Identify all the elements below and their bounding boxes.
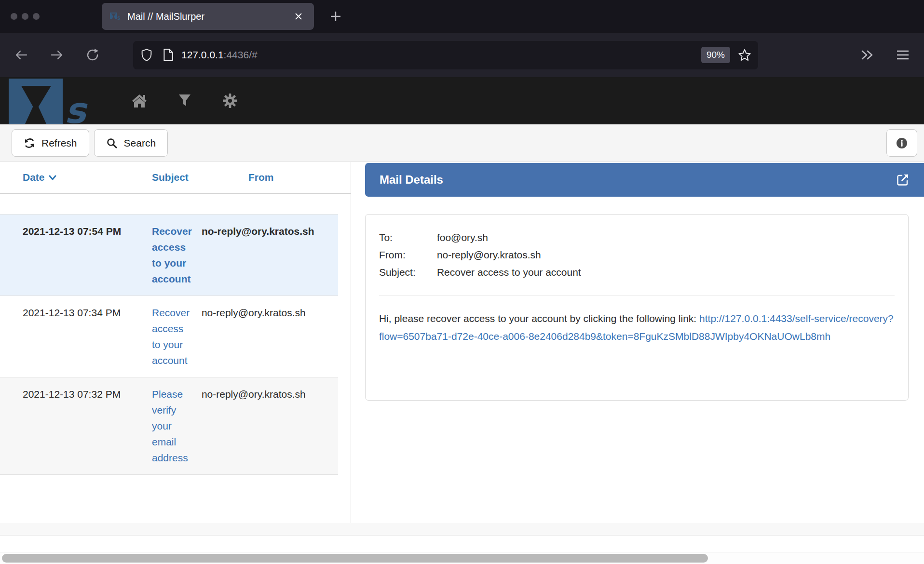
mail-row-subject-link[interactable]: Recover access to your account <box>152 307 190 366</box>
column-header-date[interactable]: Date <box>0 172 129 183</box>
url-text[interactable]: 127.0.0.1:4436/# <box>181 49 701 61</box>
app-header: s <box>0 77 924 124</box>
shield-icon[interactable] <box>140 48 153 62</box>
forward-button[interactable] <box>46 44 68 66</box>
browser-nav-bar: 127.0.0.1:4436/# 90% <box>0 33 924 77</box>
mail-row[interactable]: 2021-12-13 07:32 PM Please verify your e… <box>0 377 338 475</box>
bottom-white-band <box>0 536 924 552</box>
details-divider <box>379 295 895 296</box>
column-header-from[interactable]: From <box>214 172 351 183</box>
mail-list-panel: Date Subject From 2021-12-13 07:54 PM Re… <box>0 162 351 523</box>
mail-row[interactable]: 2021-12-13 07:34 PM Recover access to yo… <box>0 296 338 377</box>
mail-row-from: no-reply@ory.kratos.sh <box>202 386 338 466</box>
mail-list-header-row: Date Subject From <box>0 162 351 194</box>
column-header-date-label: Date <box>23 172 45 183</box>
url-bar[interactable]: 127.0.0.1:4436/# 90% <box>133 41 758 69</box>
mail-row-subject-link[interactable]: Please verify your email address <box>152 389 188 463</box>
column-header-subject[interactable]: Subject <box>129 172 214 183</box>
refresh-button-label: Refresh <box>41 137 77 149</box>
browser-tab-strip: s Mail // MailSlurper <box>0 0 924 33</box>
tab-close-icon[interactable] <box>291 11 306 22</box>
zoom-level-badge[interactable]: 90% <box>701 47 730 63</box>
refresh-icon <box>24 137 35 149</box>
mail-row-date: 2021-12-13 07:54 PM <box>0 223 129 287</box>
url-path: :4436/# <box>224 49 258 60</box>
horizontal-scrollbar[interactable] <box>0 552 924 564</box>
mail-body: Hi, please recover access to your accoun… <box>379 309 895 345</box>
filter-icon[interactable] <box>175 91 195 111</box>
info-button[interactable] <box>886 129 917 157</box>
overflow-chevrons-icon[interactable] <box>859 49 875 61</box>
browser-tab[interactable]: s Mail // MailSlurper <box>102 3 314 30</box>
mail-row-date: 2021-12-13 07:34 PM <box>0 305 129 368</box>
open-external-icon[interactable] <box>896 173 910 187</box>
detail-from-value: no-reply@ory.kratos.sh <box>437 246 541 264</box>
mail-details-header: Mail Details <box>365 163 924 197</box>
mail-details-panel: Mail Details To: foo@ory.sh From: no-rep… <box>351 162 924 523</box>
search-button-label: Search <box>124 137 156 149</box>
mail-body-text: Hi, please recover access to your accoun… <box>379 313 699 324</box>
url-host: 127.0.0.1 <box>181 49 224 60</box>
detail-to-value: foo@ory.sh <box>437 229 488 246</box>
detail-subject-value: Recover access to your account <box>437 264 581 281</box>
bottom-gray-band <box>0 523 924 536</box>
page-info-icon[interactable] <box>162 48 175 62</box>
mailslurper-logo: s <box>9 79 91 124</box>
sort-desc-icon <box>49 175 56 180</box>
search-icon <box>106 137 118 149</box>
mail-row-from: no-reply@ory.kratos.sh <box>202 223 338 287</box>
new-tab-button[interactable] <box>326 7 345 26</box>
info-icon <box>896 137 908 149</box>
detail-to-label: To: <box>379 229 437 246</box>
horizontal-scrollbar-thumb[interactable] <box>2 554 708 563</box>
search-button[interactable]: Search <box>94 129 168 157</box>
detail-subject-label: Subject: <box>379 264 437 281</box>
mail-row-from: no-reply@ory.kratos.sh <box>202 305 338 368</box>
svg-text:s: s <box>117 14 121 21</box>
back-button[interactable] <box>11 44 32 66</box>
mail-details-card: To: foo@ory.sh From: no-reply@ory.kratos… <box>365 214 909 401</box>
settings-icon[interactable] <box>220 91 240 111</box>
refresh-button[interactable]: Refresh <box>12 129 89 157</box>
svg-text:s: s <box>65 90 88 124</box>
detail-from-label: From: <box>379 246 437 264</box>
window-control-dot[interactable] <box>22 13 28 20</box>
mail-row-date: 2021-12-13 07:32 PM <box>0 386 129 466</box>
mail-row[interactable]: 2021-12-13 07:54 PM Recover access to yo… <box>0 214 338 296</box>
action-toolbar: Refresh Search <box>0 124 924 162</box>
tab-favicon-mailslurper-icon: s <box>109 11 121 22</box>
tab-title: Mail // MailSlurper <box>127 11 291 22</box>
main-content: Date Subject From 2021-12-13 07:54 PM Re… <box>0 162 924 523</box>
mail-row-subject-link[interactable]: Recover access to your account <box>152 226 192 284</box>
window-controls[interactable] <box>11 13 40 20</box>
menu-hamburger-icon[interactable] <box>896 49 910 61</box>
bookmark-star-icon[interactable] <box>738 48 751 62</box>
window-control-dot[interactable] <box>33 13 40 20</box>
mail-rows: 2021-12-13 07:54 PM Recover access to yo… <box>0 214 338 475</box>
home-icon[interactable] <box>129 91 149 111</box>
reload-button[interactable] <box>82 44 103 66</box>
mail-details-title: Mail Details <box>380 173 896 187</box>
window-control-dot[interactable] <box>11 13 17 20</box>
